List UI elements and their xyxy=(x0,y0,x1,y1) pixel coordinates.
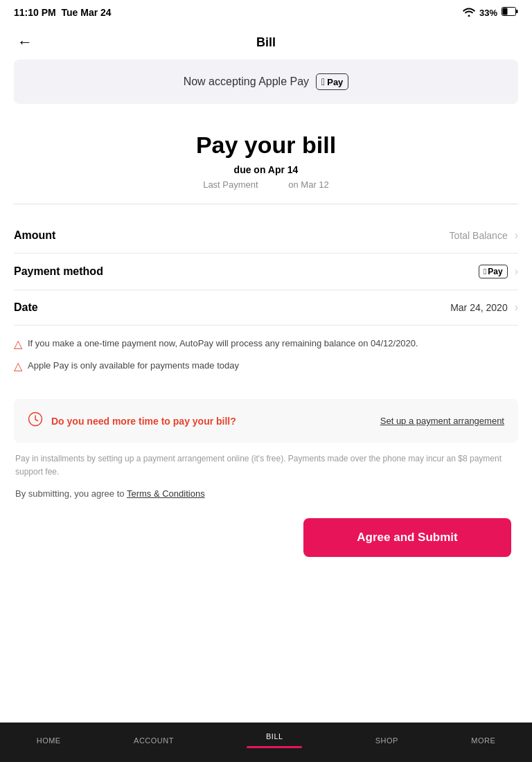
page-title: Bill xyxy=(256,35,276,50)
svg-rect-1 xyxy=(503,8,508,15)
payment-method-label: Payment method xyxy=(14,265,103,278)
amount-row-right: Total Balance › xyxy=(450,229,518,242)
amount-row[interactable]: Amount Total Balance › xyxy=(14,218,518,254)
apple-logo-icon:  xyxy=(321,76,325,87)
clock-icon xyxy=(28,411,43,430)
warnings-section: △ If you make a one-time payment now, Au… xyxy=(14,326,518,392)
warning-triangle-icon-1: △ xyxy=(14,337,22,351)
warning-triangle-icon-2: △ xyxy=(14,360,22,373)
payment-method-chevron-icon: › xyxy=(515,265,518,278)
date-chevron-icon: › xyxy=(515,301,518,314)
date-value: Mar 24, 2020 xyxy=(450,302,508,313)
nav-shop-label: SHOP xyxy=(375,736,398,745)
apple-pay-banner-text: Now accepting Apple Pay xyxy=(184,76,309,88)
date-row-right: Mar 24, 2020 › xyxy=(450,301,518,314)
amount-label: Amount xyxy=(14,229,55,242)
footer-info-text: Pay in installments by setting up a paym… xyxy=(14,452,518,479)
home-indicator xyxy=(221,631,311,635)
setup-link[interactable]: Set up a payment arrangement xyxy=(380,416,504,426)
apple-pay-banner: Now accepting Apple Pay  Pay xyxy=(14,60,518,104)
status-bar: 11:10 PM Tue Mar 24 33% xyxy=(0,0,532,25)
page-header: ← Bill xyxy=(0,25,532,60)
terms-text: By submitting, you agree to Terms & Cond… xyxy=(14,488,518,499)
bottom-nav: HOME ACCOUNT BILL SHOP MORE xyxy=(0,723,532,762)
apple-logo-small-icon:  xyxy=(484,267,486,276)
last-payment-info: Last Payment on Mar 12 xyxy=(14,179,518,190)
svg-rect-2 xyxy=(516,10,518,13)
payment-arrangement-box: Do you need more time to pay your bill? … xyxy=(14,399,518,443)
terms-link[interactable]: Terms & Conditions xyxy=(127,488,205,499)
submit-button-container: Agree and Submit xyxy=(14,518,518,557)
battery-icon xyxy=(502,7,518,18)
nav-bill-indicator xyxy=(247,746,302,748)
warning-text-applepay: Apple Pay is only available for payments… xyxy=(28,359,239,373)
back-button[interactable]: ← xyxy=(14,30,36,55)
apple-pay-badge:  Pay xyxy=(316,73,348,90)
date-label: Date xyxy=(14,301,38,314)
status-time: 11:10 PM Tue Mar 24 xyxy=(14,7,112,18)
amount-chevron-icon: › xyxy=(515,229,518,242)
payment-arrangement-left: Do you need more time to pay your bill? xyxy=(28,411,236,430)
payment-method-applepay-badge: Pay xyxy=(479,265,508,278)
nav-item-bill[interactable]: BILL xyxy=(247,732,302,748)
due-date: due on Apr 14 xyxy=(14,164,518,175)
nav-home-label: HOME xyxy=(37,736,61,745)
status-indicators: 33% xyxy=(463,7,518,19)
nav-item-more[interactable]: MORE xyxy=(471,736,495,745)
warning-item-autopay: △ If you make a one-time payment now, Au… xyxy=(14,337,518,351)
agree-submit-button[interactable]: Agree and Submit xyxy=(303,518,511,557)
pay-bill-title: Pay your bill xyxy=(14,132,518,159)
wifi-icon xyxy=(463,7,475,19)
nav-account-label: ACCOUNT xyxy=(134,736,174,745)
last-payment-label: Last Payment xyxy=(203,179,258,190)
nav-bill-label: BILL xyxy=(266,732,283,741)
nav-more-label: MORE xyxy=(471,736,495,745)
nav-item-home[interactable]: HOME xyxy=(37,736,61,745)
last-payment-date: on Mar 12 xyxy=(288,179,329,190)
payment-arrangement-question: Do you need more time to pay your bill? xyxy=(51,416,236,427)
warning-text-autopay: If you make a one-time payment now, Auto… xyxy=(28,337,418,351)
divider-top xyxy=(14,204,518,204)
date-row[interactable]: Date Mar 24, 2020 › xyxy=(14,290,518,326)
amount-value: Total Balance xyxy=(450,230,508,241)
warning-item-applepay: △ Apple Pay is only available for paymen… xyxy=(14,359,518,373)
nav-item-account[interactable]: ACCOUNT xyxy=(134,736,174,745)
payment-method-row-right: Pay › xyxy=(479,265,518,278)
nav-item-shop[interactable]: SHOP xyxy=(375,736,398,745)
signal-percent: 33% xyxy=(479,8,497,18)
payment-method-row[interactable]: Payment method Pay › xyxy=(14,254,518,290)
